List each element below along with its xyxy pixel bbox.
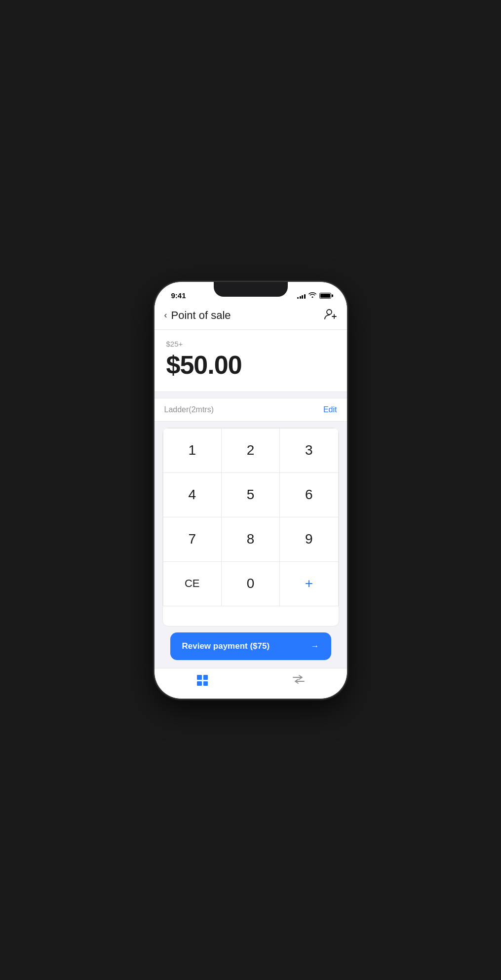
swap-icon <box>292 674 305 687</box>
grid-cell-2 <box>203 675 208 680</box>
keypad-container: 1 2 3 4 5 6 7 8 9 CE 0 + <box>162 428 339 627</box>
grid-icon <box>197 675 208 686</box>
back-button[interactable]: ‹ <box>164 310 167 320</box>
key-1[interactable]: 1 <box>163 429 222 473</box>
signal-bar-3 <box>302 295 303 299</box>
keypad-grid: 1 2 3 4 5 6 7 8 9 CE 0 + <box>163 428 339 606</box>
notch <box>214 282 288 297</box>
svg-point-0 <box>327 310 332 314</box>
signal-bar-4 <box>304 294 306 299</box>
battery-icon <box>319 293 331 299</box>
signal-bar-2 <box>300 296 301 299</box>
key-4[interactable]: 4 <box>163 473 222 517</box>
key-9[interactable]: 9 <box>280 517 338 562</box>
key-3[interactable]: 3 <box>280 429 338 473</box>
key-7[interactable]: 7 <box>163 517 222 562</box>
review-button-label: Review payment ($75) <box>182 641 270 651</box>
key-ce[interactable]: CE <box>163 562 222 606</box>
item-name: Ladder(2mtrs) <box>164 405 214 414</box>
key-2[interactable]: 2 <box>222 429 280 473</box>
tab-swap[interactable] <box>251 672 347 689</box>
tab-bar <box>154 668 347 699</box>
phone-frame: 9:41 <box>154 282 347 699</box>
review-section: Review payment ($75) → <box>162 627 339 668</box>
grid-cell-3 <box>197 681 202 686</box>
amount-label: $25+ <box>166 340 335 348</box>
amount-value: $50.00 <box>166 350 335 380</box>
main-content: $25+ $50.00 Ladder(2mtrs) Edit 1 2 3 4 5 <box>154 330 347 668</box>
status-time: 9:41 <box>168 291 186 300</box>
key-8[interactable]: 8 <box>222 517 280 562</box>
content-wrapper: 1 2 3 4 5 6 7 8 9 CE 0 + <box>154 422 347 668</box>
header-left: ‹ Point of sale <box>164 309 231 322</box>
page-title: Point of sale <box>171 309 231 322</box>
header: ‹ Point of sale <box>154 304 347 330</box>
status-icons <box>297 292 333 299</box>
edit-button[interactable]: Edit <box>323 405 337 414</box>
battery-fill <box>320 294 330 298</box>
item-row: Ladder(2mtrs) Edit <box>154 398 347 422</box>
signal-bar-1 <box>297 297 299 299</box>
grid-cell-4 <box>203 681 208 686</box>
wifi-icon <box>308 292 316 299</box>
signal-bars-icon <box>297 293 306 299</box>
key-5[interactable]: 5 <box>222 473 280 517</box>
key-6[interactable]: 6 <box>280 473 338 517</box>
grid-cell-1 <box>197 675 202 680</box>
review-payment-button[interactable]: Review payment ($75) → <box>170 632 331 660</box>
tab-grid[interactable] <box>154 672 251 689</box>
amount-section: $25+ $50.00 <box>154 330 347 392</box>
phone-screen: 9:41 <box>154 282 347 699</box>
add-person-button[interactable] <box>324 309 337 322</box>
review-arrow-icon: → <box>311 641 319 651</box>
key-plus[interactable]: + <box>280 562 338 606</box>
key-0[interactable]: 0 <box>222 562 280 606</box>
